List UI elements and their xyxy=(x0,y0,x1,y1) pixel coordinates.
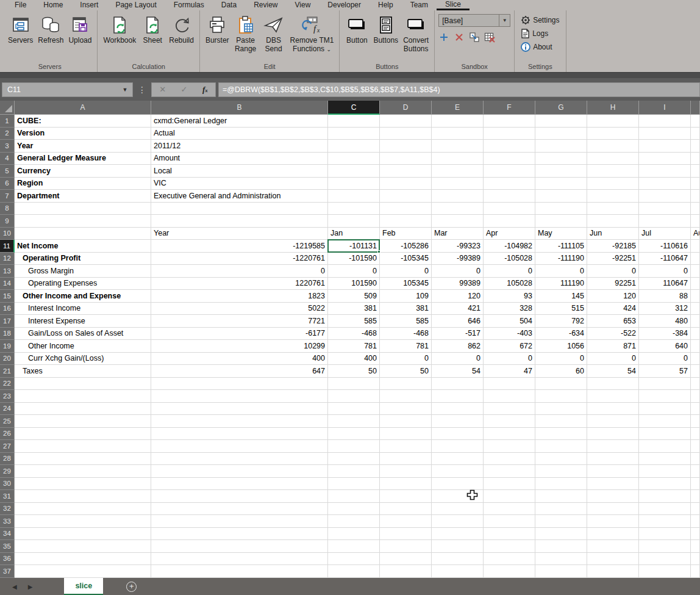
cell[interactable] xyxy=(535,503,587,516)
row-header-16[interactable]: 16 xyxy=(0,303,15,316)
cell[interactable]: Gross Margin xyxy=(15,265,151,278)
cell[interactable] xyxy=(691,115,700,128)
cell[interactable]: 0 xyxy=(380,353,432,366)
cell[interactable]: 781 xyxy=(380,340,432,353)
cell[interactable]: -101590 xyxy=(328,253,380,265)
cell[interactable] xyxy=(328,165,380,178)
cell[interactable] xyxy=(328,390,380,403)
cell[interactable] xyxy=(328,153,380,165)
formula-input[interactable]: =@DBRW($B$1,$B$2,$B$3,C$10,$B$5,$B$6,$B$… xyxy=(218,82,700,97)
cell[interactable] xyxy=(432,428,484,441)
cell[interactable] xyxy=(328,540,380,553)
cell[interactable] xyxy=(639,453,691,466)
cell[interactable] xyxy=(535,428,587,441)
cell[interactable] xyxy=(639,428,691,441)
cell[interactable]: 120 xyxy=(432,290,484,303)
cell[interactable]: -468 xyxy=(328,328,380,341)
cell[interactable]: Feb xyxy=(380,228,432,240)
column-header-E[interactable]: E xyxy=(432,101,484,115)
sandbox-select[interactable]: [Base]▼ xyxy=(438,14,510,27)
cell[interactable] xyxy=(328,528,380,541)
cell[interactable]: 0 xyxy=(380,265,432,278)
cell[interactable]: 50 xyxy=(328,365,380,378)
cell[interactable] xyxy=(151,478,328,491)
cell[interactable]: 381 xyxy=(380,303,432,316)
cell[interactable] xyxy=(691,490,700,503)
cell[interactable] xyxy=(639,478,691,491)
cell[interactable]: 585 xyxy=(328,315,380,328)
cell[interactable]: 92251 xyxy=(587,278,639,290)
cell[interactable] xyxy=(380,465,432,478)
cell[interactable] xyxy=(535,178,587,190)
column-header-I[interactable]: I xyxy=(639,101,691,115)
cell[interactable]: 640 xyxy=(639,340,691,353)
cell[interactable] xyxy=(691,265,700,278)
ribbon-tab-review[interactable]: Review xyxy=(245,0,286,10)
cell[interactable]: Version xyxy=(15,128,151,140)
column-header-B[interactable]: B xyxy=(151,101,328,115)
cell[interactable]: 381 xyxy=(328,303,380,316)
ribbon-tab-help[interactable]: Help xyxy=(370,0,402,10)
cell[interactable]: 110647 xyxy=(639,278,691,290)
cell[interactable]: 88 xyxy=(639,290,691,303)
row-header-22[interactable]: 22 xyxy=(0,378,15,391)
cell[interactable] xyxy=(639,178,691,190)
cell[interactable] xyxy=(587,178,639,190)
confirm-entry-icon[interactable]: ✓ xyxy=(181,85,188,94)
cell[interactable]: 1823 xyxy=(151,290,328,303)
cell[interactable]: Operating Profit xyxy=(15,253,151,265)
row-header-28[interactable]: 28 xyxy=(0,453,15,466)
cell[interactable] xyxy=(484,478,535,491)
cell[interactable]: -99323 xyxy=(432,240,484,253)
row-header-5[interactable]: 5 xyxy=(0,165,15,178)
cell[interactable]: 111190 xyxy=(535,278,587,290)
ribbon-tab-insert[interactable]: Insert xyxy=(71,0,107,10)
cell[interactable] xyxy=(691,290,700,303)
row-header-33[interactable]: 33 xyxy=(0,515,15,528)
ribbon-tab-view[interactable]: View xyxy=(287,0,320,10)
cancel-entry-icon[interactable]: ✕ xyxy=(159,85,166,94)
cell[interactable] xyxy=(691,353,700,366)
cell[interactable] xyxy=(639,528,691,541)
cell[interactable] xyxy=(380,553,432,566)
cell[interactable]: -522 xyxy=(587,328,639,341)
cell[interactable] xyxy=(328,490,380,503)
cell[interactable]: 0 xyxy=(484,353,535,366)
button-button[interactable]: Button xyxy=(343,13,370,46)
cell[interactable]: 0 xyxy=(432,265,484,278)
ribbon-tab-team[interactable]: Team xyxy=(402,0,437,10)
cell[interactable] xyxy=(328,378,380,391)
cell[interactable] xyxy=(432,153,484,165)
cell[interactable] xyxy=(484,165,535,178)
cell[interactable] xyxy=(15,390,151,403)
sheet-tab-slice[interactable]: slice xyxy=(64,578,103,595)
cell[interactable] xyxy=(151,528,328,541)
cell[interactable]: Year xyxy=(15,140,151,153)
cell[interactable]: -105286 xyxy=(380,240,432,253)
cell[interactable] xyxy=(535,140,587,153)
cell[interactable] xyxy=(328,415,380,428)
row-header-19[interactable]: 19 xyxy=(0,340,15,353)
cell[interactable]: -110647 xyxy=(639,253,691,265)
cell[interactable] xyxy=(151,553,328,566)
cell[interactable]: 120 xyxy=(587,290,639,303)
cell[interactable] xyxy=(151,440,328,453)
convert-buttons-button[interactable]: ConvertButtons xyxy=(401,13,430,54)
cell[interactable] xyxy=(587,403,639,416)
cell[interactable] xyxy=(587,390,639,403)
cell[interactable] xyxy=(587,490,639,503)
cell[interactable]: 105028 xyxy=(484,278,535,290)
cell[interactable] xyxy=(639,503,691,516)
cell[interactable] xyxy=(484,565,535,578)
cell[interactable]: 0 xyxy=(535,265,587,278)
burster-button[interactable]: Burster xyxy=(204,13,231,46)
cell[interactable] xyxy=(380,378,432,391)
cell[interactable]: 0 xyxy=(535,353,587,366)
cell[interactable] xyxy=(15,428,151,441)
cell[interactable]: -634 xyxy=(535,328,587,341)
cell[interactable] xyxy=(691,528,700,541)
cell[interactable]: 54 xyxy=(432,365,484,378)
cell[interactable]: 792 xyxy=(535,315,587,328)
cell[interactable] xyxy=(15,453,151,466)
cell[interactable] xyxy=(535,553,587,566)
